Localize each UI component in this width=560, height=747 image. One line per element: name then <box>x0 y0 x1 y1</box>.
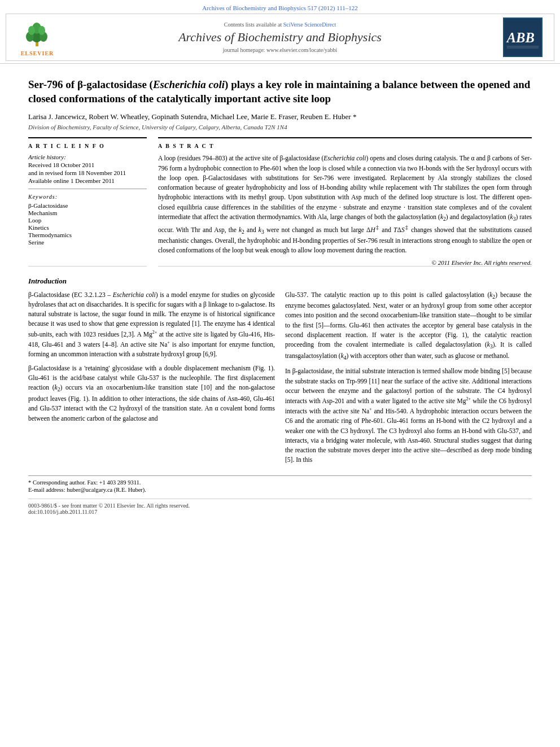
sciverse-line: Contents lists available at SciVerse Sci… <box>63 21 497 28</box>
abb-logo-area: ABB <box>497 18 548 57</box>
footer-bar: 0003-9861/$ - see front matter © 2011 El… <box>28 499 532 515</box>
intro-para-2: β-Galactosidase is a 'retaining' glycosi… <box>28 364 275 423</box>
abstract-label: A B S T R A C T <box>158 143 532 149</box>
journal-header-center: Contents lists available at SciVerse Sci… <box>63 21 497 53</box>
introduction-section: Introduction β-Galactosidase (EC 3.2.1.2… <box>28 277 532 470</box>
body-columns: β-Galactosidase (EC 3.2.1.23 – Escherich… <box>28 290 532 470</box>
authors: Larisa J. Jancewicz, Robert W. Wheatley,… <box>28 112 532 121</box>
footer-issn: 0003-9861/$ - see front matter © 2011 El… <box>28 503 532 509</box>
journal-homepage: journal homepage: www.elsevier.com/locat… <box>63 47 497 53</box>
abb-logo: ABB <box>503 18 542 57</box>
sciverse-link[interactable]: SciVerse ScienceDirect <box>283 21 336 28</box>
svg-point-5 <box>28 26 35 35</box>
abstract-text: A loop (residues 794–803) at the active … <box>158 154 532 255</box>
keyword-1: β-Galactosidase <box>28 202 147 209</box>
received-date: Received 18 October 2011 <box>28 161 147 168</box>
svg-point-6 <box>38 26 45 35</box>
elsevier-tree-icon <box>21 18 53 49</box>
intro-para-4: In β-galactosidase, the initial substrat… <box>285 366 532 465</box>
journal-header: Archives of Biochemistry and Biophysics … <box>0 0 560 64</box>
body-col-left: β-Galactosidase (EC 3.2.1.23 – Escherich… <box>28 290 275 470</box>
article-info-column: A R T I C L E I N F O Article history: R… <box>28 137 147 266</box>
keywords-label: Keywords: <box>28 194 147 200</box>
elsevier-logo-area: ELSEVIER <box>12 18 63 56</box>
body-col-right: Glu-537. The catalytic reaction up to th… <box>285 290 532 470</box>
history-label: Article history: <box>28 154 147 160</box>
affiliation: Division of Biochemistry, Faculty of Sci… <box>28 124 532 130</box>
article-info-label: A R T I C L E I N F O <box>28 143 147 149</box>
main-content: Ser-796 of β-galactosidase (Escherichia … <box>0 64 560 523</box>
info-divider <box>28 189 147 189</box>
footer-doi: doi:10.1016/j.abb.2011.11.017 <box>28 509 532 515</box>
keyword-6: Serine <box>28 239 147 246</box>
intro-para-1: β-Galactosidase (EC 3.2.1.23 – Escherich… <box>28 290 275 359</box>
footnote-asterisk: * Corresponding author. Fax: +1 403 289 … <box>28 479 532 486</box>
available-date: Available online 1 December 2011 <box>28 177 147 184</box>
elsevier-text: ELSEVIER <box>21 50 54 56</box>
svg-text:ABB: ABB <box>506 30 535 45</box>
revised-date: and in revised form 18 November 2011 <box>28 169 147 176</box>
journal-citation: Archives of Biochemistry and Biophysics … <box>0 5 560 11</box>
keyword-3: Loop <box>28 217 147 224</box>
article-info-abstract: A R T I C L E I N F O Article history: R… <box>28 137 532 266</box>
keyword-4: Kinetics <box>28 224 147 231</box>
footnote-email: E-mail address: huber@ucalgary.ca (R.E. … <box>28 487 532 493</box>
elsevier-logo: ELSEVIER <box>21 18 54 56</box>
journal-title: Archives of Biochemistry and Biophysics <box>63 30 497 45</box>
abstract-column: A B S T R A C T A loop (residues 794–803… <box>158 137 532 266</box>
intro-para-3: Glu-537. The catalytic reaction up to th… <box>285 290 532 362</box>
introduction-heading: Introduction <box>28 277 532 286</box>
copyright-line: © 2011 Elsevier Inc. All rights reserved… <box>158 259 532 266</box>
keyword-2: Mechanism <box>28 209 147 216</box>
article-title: Ser-796 of β-galactosidase (Escherichia … <box>28 78 532 106</box>
keyword-5: Thermodynamics <box>28 231 147 238</box>
footnote-section: * Corresponding author. Fax: +1 403 289 … <box>28 475 532 493</box>
abb-logo-icon: ABB <box>503 19 542 56</box>
